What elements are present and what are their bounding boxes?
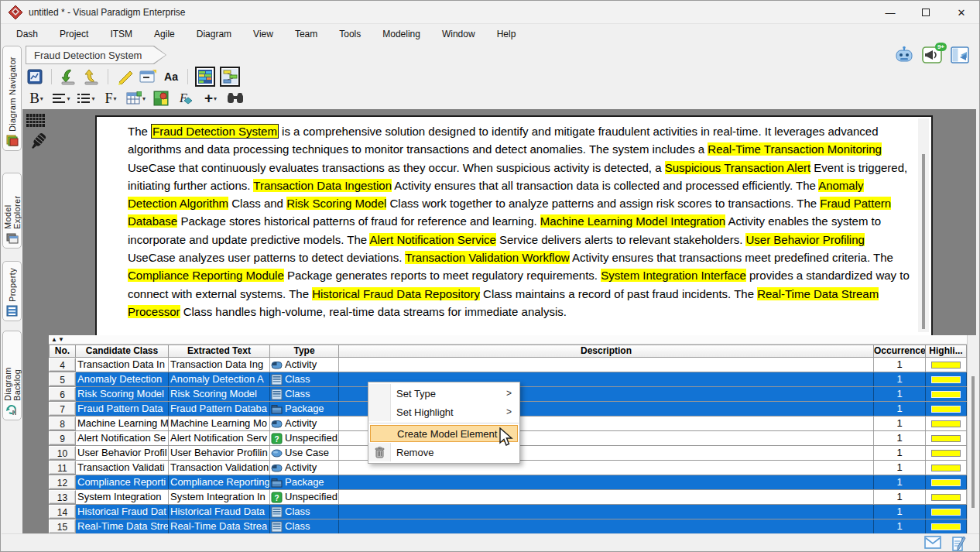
type-cell[interactable]: Activity — [270, 358, 339, 372]
search-button[interactable] — [226, 89, 245, 108]
menu-item-diagram[interactable]: Diagram — [186, 26, 242, 43]
assistant-robot-icon[interactable] — [894, 46, 914, 64]
type-cell[interactable]: Activity — [270, 461, 339, 475]
sidebar-tab-property[interactable]: Property — [2, 261, 22, 321]
column-header-highli[interactable]: Highli... — [926, 345, 967, 358]
menu-item-team[interactable]: Team — [284, 26, 328, 43]
export-button[interactable] — [82, 67, 101, 86]
row-number-cell[interactable]: 5 — [49, 372, 76, 386]
candidate-class-cell[interactable]: Historical Fraud Dat — [76, 505, 169, 519]
menu-item-agile[interactable]: Agile — [143, 26, 186, 43]
candidate-class-cell[interactable]: User Behavior Profil — [76, 446, 169, 460]
table-scrollbar-thumb[interactable] — [971, 376, 975, 508]
table-scrollbar[interactable] — [967, 335, 978, 534]
highlighted-term[interactable]: Machine Learning Model Integration — [540, 214, 725, 228]
column-header-extracted-text[interactable]: Extracted Text — [169, 345, 270, 358]
font-style-button[interactable]: Aa — [162, 67, 180, 86]
extracted-text-cell[interactable]: Fraud Pattern Databa — [169, 402, 270, 416]
highlight-color-cell[interactable] — [926, 446, 967, 460]
candidate-class-cell[interactable]: Anomaly Detection — [76, 372, 169, 386]
highlighted-term[interactable]: Suspicious Transaction Alert — [665, 161, 810, 174]
collapse-up-button[interactable]: ▲ — [51, 336, 57, 344]
highlight-color-cell[interactable] — [926, 387, 967, 401]
type-cell[interactable]: ?Unspecified — [270, 490, 339, 504]
type-cell[interactable]: Package — [270, 402, 339, 416]
announcement-megaphone-icon[interactable]: 9+ — [922, 46, 942, 64]
extracted-text-cell[interactable]: Real-Time Data Strea — [169, 519, 270, 533]
description-cell[interactable] — [339, 490, 874, 504]
row-number-cell[interactable]: 13 — [49, 490, 76, 504]
highlighted-term[interactable]: Real-Time Transaction Monitoring — [708, 142, 882, 156]
highlight-color-cell[interactable] — [926, 417, 967, 430]
menu-item-itsm[interactable]: ITSM — [99, 26, 143, 43]
insert-table-button[interactable]: ▾ — [126, 89, 146, 108]
text-scrollbar[interactable] — [918, 118, 929, 332]
highlighted-term[interactable]: Risk Scoring Model — [286, 197, 386, 210]
context-menu-item-remove[interactable]: Remove — [368, 443, 519, 461]
description-cell[interactable] — [339, 358, 874, 372]
highlight-color-cell[interactable] — [926, 372, 967, 386]
font-button[interactable]: F ▾ — [101, 89, 120, 108]
column-header-type[interactable]: Type — [270, 345, 339, 358]
table-row[interactable]: 4Transaction Data InTransaction Data Ing… — [49, 358, 967, 372]
description-cell[interactable] — [339, 475, 874, 489]
candidate-class-cell[interactable]: System Integration — [76, 490, 169, 504]
highlighted-term[interactable]: Compliance Reporting Module — [128, 269, 284, 282]
column-header-candidate-class[interactable]: Candidate Class — [76, 345, 169, 358]
type-cell[interactable]: Activity — [270, 417, 339, 430]
message-envelope-icon[interactable] — [924, 536, 941, 549]
type-cell[interactable]: Class — [270, 505, 339, 519]
type-cell[interactable]: Use Case — [270, 446, 339, 460]
highlight-color-cell[interactable] — [926, 505, 967, 519]
row-number-cell[interactable]: 9 — [49, 431, 76, 445]
highlighted-term[interactable]: Transaction Validation Workflow — [405, 251, 569, 264]
tab-fraud-detection-system[interactable]: Fraud Detection System — [26, 46, 166, 64]
context-menu-item-set-type[interactable]: Set Type> — [368, 384, 519, 403]
highlighted-term[interactable]: System Integration Interface — [601, 269, 746, 282]
minimize-button[interactable]: — — [872, 1, 908, 24]
candidate-class-cell[interactable]: Alert Notification Se — [76, 431, 169, 445]
fill-color-button[interactable] — [152, 89, 170, 108]
table-row[interactable]: 12Compliance ReportiCompliance Reporting… — [49, 475, 967, 490]
table-row[interactable]: 14Historical Fraud DatHistorical Fraud D… — [49, 505, 967, 519]
description-cell[interactable] — [339, 505, 874, 519]
type-cell[interactable]: Package — [270, 475, 339, 489]
highlight-color-cell[interactable] — [926, 490, 967, 504]
row-number-cell[interactable]: 6 — [49, 387, 76, 401]
candidate-class-cell[interactable]: Real-Time Data Stre — [76, 519, 169, 533]
highlight-color-cell[interactable] — [926, 431, 967, 445]
collapse-down-button[interactable]: ▼ — [58, 336, 64, 344]
candidate-class-cell[interactable]: Compliance Reporti — [76, 475, 169, 489]
type-cell[interactable]: Class — [270, 372, 339, 386]
candidate-class-cell[interactable]: Fraud Pattern Data — [76, 402, 169, 416]
row-number-cell[interactable]: 15 — [49, 519, 76, 533]
add-element-button[interactable]: + ▾ — [201, 89, 220, 108]
diagram-doc-button[interactable] — [26, 67, 44, 86]
document-text[interactable]: The Fraud Detection System is a comprehe… — [128, 122, 911, 321]
table-row[interactable]: 13System IntegrationSystem Integration I… — [49, 490, 967, 505]
highlighted-term[interactable]: Alert Notification Service — [369, 233, 495, 246]
description-cell[interactable] — [339, 519, 874, 533]
highlight-color-cell[interactable] — [926, 358, 967, 372]
extracted-text-cell[interactable]: Compliance Reporting — [169, 475, 270, 489]
type-cell[interactable]: ?Unspecified — [270, 431, 339, 445]
row-number-cell[interactable]: 12 — [49, 475, 76, 489]
menu-item-tools[interactable]: Tools — [328, 26, 372, 43]
compose-note-icon[interactable] — [952, 536, 966, 552]
extracted-text-cell[interactable]: Alert Notification Serv — [169, 431, 270, 445]
bold-button[interactable]: B ▾ — [27, 89, 46, 108]
maximize-button[interactable] — [908, 1, 944, 24]
highlighted-term[interactable]: User Behavior Profiling — [745, 233, 864, 246]
menu-item-help[interactable]: Help — [486, 26, 527, 43]
highlighter-button[interactable] — [115, 67, 134, 86]
row-number-cell[interactable]: 10 — [49, 446, 76, 460]
row-number-cell[interactable]: 8 — [49, 417, 76, 430]
menu-item-window[interactable]: Window — [431, 26, 486, 43]
extracted-text-cell[interactable]: Transaction Validation — [169, 461, 270, 475]
text-scrollbar-thumb[interactable] — [922, 154, 925, 329]
menu-item-view[interactable]: View — [242, 26, 284, 43]
table-splitter[interactable]: ▲ ▼ — [49, 335, 978, 345]
highlighted-term[interactable]: Historical Fraud Data Repository — [312, 287, 480, 300]
candidate-class-cell[interactable]: Risk Scoring Model — [76, 387, 169, 401]
column-header-description[interactable]: Description — [339, 345, 874, 358]
